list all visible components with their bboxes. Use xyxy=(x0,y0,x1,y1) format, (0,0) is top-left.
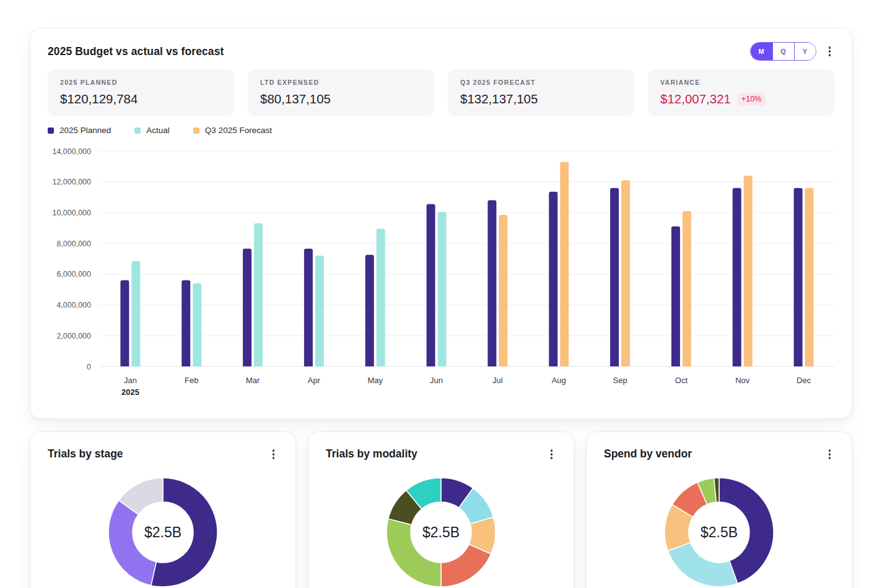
kpi-label: LTD EXPENSED xyxy=(260,79,422,86)
donut-chart-svg: $2.5B xyxy=(101,470,225,588)
trials-by-stage-donut: $2.5B xyxy=(48,470,278,588)
donut-chart-svg: $2.5B xyxy=(379,470,503,588)
svg-text:Mar: Mar xyxy=(246,376,260,385)
svg-text:10,000,000: 10,000,000 xyxy=(52,209,91,217)
legend-label: 2025 Planned xyxy=(59,126,111,135)
svg-text:Nov: Nov xyxy=(735,376,750,385)
kebab-menu-icon[interactable] xyxy=(547,446,557,463)
period-toggle: M Q Y xyxy=(750,42,816,61)
svg-text:$2.5B: $2.5B xyxy=(144,524,181,540)
spend-by-vendor-title: Spend by vendor xyxy=(604,447,692,460)
svg-text:6,000,000: 6,000,000 xyxy=(56,270,91,279)
budget-card-header: 2025 Budget vs actual vs forecast M Q Y xyxy=(48,42,834,61)
svg-text:2025: 2025 xyxy=(121,387,139,397)
budget-card: 2025 Budget vs actual vs forecast M Q Y … xyxy=(30,28,852,419)
legend-item-actual[interactable]: Actual xyxy=(134,126,170,135)
budget-card-title: 2025 Budget vs actual vs forecast xyxy=(48,45,224,58)
svg-text:8,000,000: 8,000,000 xyxy=(56,240,91,248)
budget-bar-chart: 02,000,0004,000,0006,000,0008,000,00010,… xyxy=(48,139,834,406)
spend-by-vendor-donut: $2.5B xyxy=(604,470,834,588)
trials-by-modality-title: Trials by modality xyxy=(326,447,417,460)
kebab-menu-icon[interactable] xyxy=(825,446,835,463)
kpi-tile-variance: VARIANCE $12,007,321 +10% xyxy=(648,69,834,116)
spend-by-vendor-card: Spend by vendor $2.5B xyxy=(586,431,852,588)
donut-chart-svg: $2.5B xyxy=(657,470,781,588)
chart-legend: 2025 Planned Actual Q3 2025 Forecast xyxy=(48,126,834,135)
period-toggle-quarter[interactable]: Q xyxy=(772,43,794,60)
kpi-value: $132,137,105 xyxy=(460,92,622,106)
svg-text:Jun: Jun xyxy=(430,376,443,385)
legend-swatch xyxy=(134,128,141,134)
variance-value: $12,007,321 xyxy=(660,92,731,106)
donut-card-header: Trials by stage xyxy=(48,446,278,463)
svg-text:Sep: Sep xyxy=(613,376,627,385)
svg-text:0: 0 xyxy=(87,363,91,371)
svg-text:4,000,000: 4,000,000 xyxy=(56,301,91,309)
kebab-menu-icon[interactable] xyxy=(825,43,835,60)
variance-badge: +10% xyxy=(737,93,766,106)
svg-text:2,000,000: 2,000,000 xyxy=(56,332,91,340)
svg-text:$2.5B: $2.5B xyxy=(701,524,738,540)
kpi-value: $120,129,784 xyxy=(60,92,222,106)
svg-text:Apr: Apr xyxy=(308,376,321,385)
legend-label: Actual xyxy=(146,126,170,135)
donut-card-header: Spend by vendor xyxy=(604,446,834,463)
dashboard-page: 2025 Budget vs actual vs forecast M Q Y … xyxy=(0,0,882,588)
kpi-label: 2025 PLANNED xyxy=(60,79,222,86)
kpi-tile-expensed: LTD EXPENSED $80,137,105 xyxy=(248,69,434,116)
kpi-tile-planned: 2025 PLANNED $120,129,784 xyxy=(48,69,234,116)
kebab-menu-icon[interactable] xyxy=(269,446,279,463)
svg-text:Dec: Dec xyxy=(797,376,811,385)
svg-text:12,000,000: 12,000,000 xyxy=(52,178,91,186)
legend-swatch xyxy=(193,128,199,134)
svg-text:Jul: Jul xyxy=(492,376,503,385)
period-toggle-month[interactable]: M xyxy=(751,43,772,60)
donut-cards-row: Trials by stage $2.5B Trials by modality… xyxy=(30,431,852,588)
svg-text:May: May xyxy=(367,376,383,385)
kpi-row: 2025 PLANNED $120,129,784 LTD EXPENSED $… xyxy=(48,69,834,116)
kpi-label: Q3 2025 FORECAST xyxy=(460,79,622,86)
trials-by-stage-title: Trials by stage xyxy=(48,447,123,460)
legend-swatch xyxy=(48,128,54,134)
bar-chart-svg: 02,000,0004,000,0006,000,0008,000,00010,… xyxy=(48,139,834,404)
trials-by-modality-card: Trials by modality $2.5B xyxy=(308,431,574,588)
legend-item-planned[interactable]: 2025 Planned xyxy=(48,126,111,135)
kpi-value: $12,007,321 +10% xyxy=(660,92,822,106)
svg-text:Jan: Jan xyxy=(124,376,137,385)
legend-item-forecast[interactable]: Q3 2025 Forecast xyxy=(193,126,272,135)
kpi-tile-forecast: Q3 2025 FORECAST $132,137,105 xyxy=(448,69,634,116)
svg-text:14,000,000: 14,000,000 xyxy=(52,147,91,156)
kpi-label: VARIANCE xyxy=(660,79,822,86)
budget-card-controls: M Q Y xyxy=(750,42,835,61)
svg-text:Oct: Oct xyxy=(675,376,688,385)
kpi-value: $80,137,105 xyxy=(260,92,422,106)
period-toggle-year[interactable]: Y xyxy=(794,43,816,60)
legend-label: Q3 2025 Forecast xyxy=(205,126,272,135)
svg-text:Aug: Aug xyxy=(552,376,566,385)
trials-by-modality-donut: $2.5B xyxy=(326,470,556,588)
donut-card-header: Trials by modality xyxy=(326,446,556,463)
trials-by-stage-card: Trials by stage $2.5B xyxy=(30,431,296,588)
svg-text:$2.5B: $2.5B xyxy=(422,524,460,540)
svg-text:Feb: Feb xyxy=(185,376,198,385)
